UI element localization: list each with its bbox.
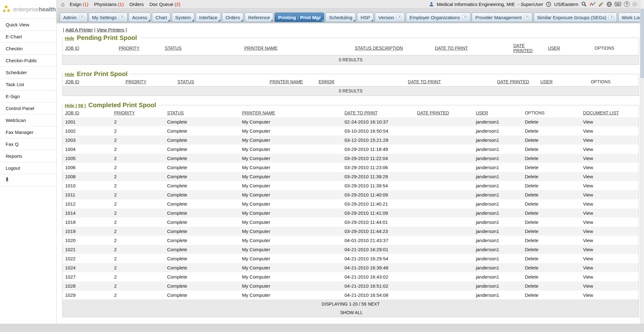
- sidebar-item[interactable]: WebScan: [0, 114, 56, 126]
- column-header[interactable]: DATE PRINTED: [513, 43, 532, 53]
- delete-link[interactable]: Delete: [525, 210, 538, 216]
- column-header[interactable]: USER: [476, 110, 488, 115]
- column-header[interactable]: DATE PRINTED: [497, 79, 529, 84]
- column-header[interactable]: USER: [548, 46, 560, 51]
- hide-error-link[interactable]: Hide: [65, 72, 74, 77]
- delete-link[interactable]: Delete: [525, 265, 538, 270]
- tab[interactable]: Employer Organizations ↗: [406, 13, 470, 22]
- tab[interactable]: Printing : Print Mgr ↗: [275, 13, 324, 22]
- clock-icon[interactable]: [546, 2, 551, 7]
- sidebar-item[interactable]: E-Sign: [0, 91, 56, 102]
- hide-completed-link[interactable]: Hide ( 59 ): [65, 103, 86, 108]
- keyboard-icon[interactable]: [615, 2, 621, 6]
- delete-link[interactable]: Delete: [525, 219, 538, 225]
- column-header[interactable]: OPTIONS: [595, 46, 614, 51]
- sidebar-item[interactable]: Checkin-Public: [0, 55, 56, 67]
- delete-link[interactable]: Delete: [525, 238, 538, 243]
- column-header[interactable]: PRIORITY: [119, 46, 139, 51]
- column-header[interactable]: DOCUMENT LIST: [583, 110, 619, 115]
- topbar-nav-item[interactable]: Orders: [129, 2, 144, 7]
- delete-link[interactable]: Delete: [525, 156, 538, 161]
- view-link[interactable]: View: [583, 137, 593, 143]
- view-link[interactable]: View: [583, 219, 593, 225]
- delete-link[interactable]: Delete: [525, 201, 538, 207]
- scrollbar-thumb[interactable]: [641, 9, 644, 78]
- view-link[interactable]: View: [583, 238, 593, 243]
- view-link[interactable]: View: [583, 119, 593, 124]
- tab[interactable]: Admin ↗: [60, 13, 87, 22]
- column-header[interactable]: STATUS DESCRIPTION: [355, 46, 403, 51]
- column-header[interactable]: DATE PRINTED: [417, 110, 449, 115]
- tab[interactable]: Chart ↗: [152, 13, 170, 22]
- view-link[interactable]: View: [583, 128, 593, 134]
- topbar-nav-item[interactable]: Esign(1): [69, 2, 88, 7]
- view-link[interactable]: View: [583, 156, 593, 161]
- view-link[interactable]: View: [583, 229, 593, 234]
- delete-link[interactable]: Delete: [525, 292, 538, 298]
- column-header[interactable]: DATE TO PRINT: [435, 46, 468, 51]
- column-header[interactable]: DATE TO PRINT: [408, 79, 441, 84]
- topbar-nav-item[interactable]: Doc Queue(2): [149, 2, 180, 7]
- column-header[interactable]: PRINTER NAME: [242, 110, 275, 115]
- sidebar-item[interactable]: Fax Manager: [0, 126, 56, 138]
- sidebar-item[interactable]: Reports: [0, 150, 56, 162]
- next-page-link[interactable]: NEXT: [368, 302, 380, 307]
- view-link[interactable]: View: [583, 165, 593, 170]
- column-header[interactable]: JOB ID: [65, 79, 79, 84]
- view-link[interactable]: View: [583, 292, 593, 298]
- view-link[interactable]: View: [583, 183, 593, 188]
- sidebar-item[interactable]: Checkin: [0, 43, 56, 55]
- tab[interactable]: Scheduling ↗: [325, 13, 356, 22]
- sidebar-item[interactable]: E-Chart: [0, 31, 56, 43]
- delete-link[interactable]: Delete: [525, 119, 538, 124]
- pin-icon[interactable]: [5, 177, 9, 183]
- delete-link[interactable]: Delete: [525, 274, 538, 279]
- sidebar-item[interactable]: Quick View: [0, 19, 56, 31]
- delete-link[interactable]: Delete: [525, 283, 538, 289]
- delete-link[interactable]: Delete: [525, 183, 538, 188]
- tab[interactable]: Similar Exposure Groups (SEGs) ↗: [534, 13, 617, 22]
- delete-link[interactable]: Delete: [525, 256, 538, 261]
- view-link[interactable]: View: [583, 147, 593, 152]
- vertical-scrollbar[interactable]: [640, 0, 644, 324]
- column-header[interactable]: DATE TO PRINT: [345, 110, 378, 115]
- hide-pending-link[interactable]: Hide: [65, 36, 74, 41]
- column-header[interactable]: JOB ID: [65, 110, 79, 115]
- sidebar-item[interactable]: Task List: [0, 79, 56, 91]
- column-header[interactable]: JOB ID: [65, 46, 79, 51]
- add-printer-link[interactable]: Add A Printer: [65, 27, 93, 32]
- delete-link[interactable]: Delete: [525, 137, 538, 143]
- tab[interactable]: Orders ↗: [222, 13, 243, 22]
- pen-icon[interactable]: [598, 2, 604, 7]
- globe-icon[interactable]: [607, 2, 612, 7]
- sidebar-item[interactable]: Control Panel: [0, 102, 56, 114]
- delete-link[interactable]: Delete: [525, 165, 538, 170]
- column-header[interactable]: STATUS: [177, 79, 194, 84]
- sidebar-item[interactable]: Scheduler: [0, 67, 56, 79]
- view-link[interactable]: View: [583, 201, 593, 207]
- tab[interactable]: Interface ↗: [196, 13, 221, 22]
- search-icon[interactable]: [581, 1, 587, 7]
- column-header[interactable]: STATUS: [167, 110, 184, 115]
- delete-link[interactable]: Delete: [525, 174, 538, 179]
- view-printers-link[interactable]: View Printers: [97, 27, 124, 32]
- tab[interactable]: My Settings ↗: [89, 13, 127, 22]
- column-header[interactable]: PRINTER NAME: [269, 79, 303, 84]
- delete-link[interactable]: Delete: [525, 192, 538, 197]
- delete-link[interactable]: Delete: [525, 147, 538, 152]
- column-header[interactable]: USER: [540, 79, 552, 84]
- view-link[interactable]: View: [583, 192, 593, 197]
- column-header[interactable]: OPTIONS: [591, 79, 611, 84]
- tab[interactable]: HSP ↗: [357, 13, 374, 22]
- column-header[interactable]: PRIORITY: [125, 79, 146, 84]
- column-header[interactable]: ERROR: [319, 79, 335, 84]
- tab[interactable]: Provider Management ↗: [472, 13, 532, 22]
- delete-link[interactable]: Delete: [525, 128, 538, 134]
- sidebar-item[interactable]: Fax Q: [0, 138, 56, 150]
- view-link[interactable]: View: [583, 174, 593, 179]
- home-icon[interactable]: ⌂: [61, 1, 64, 7]
- delete-link[interactable]: Delete: [525, 247, 538, 252]
- view-link[interactable]: View: [583, 256, 593, 261]
- tab[interactable]: Access ↗: [129, 13, 151, 22]
- view-link[interactable]: View: [583, 210, 593, 216]
